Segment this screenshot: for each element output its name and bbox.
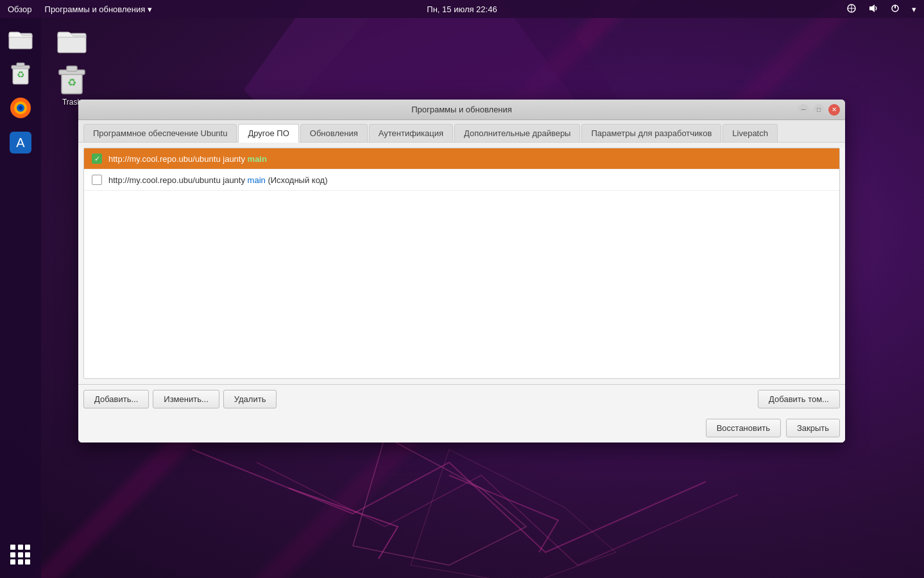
footer-right-buttons: Добавить том... [758, 390, 840, 408]
svg-text:♻: ♻ [17, 69, 25, 80]
top-panel: Обзор Программы и обновления ▾ Пн, 15 ию… [0, 0, 924, 18]
window-title: Программы и обновления [411, 105, 512, 114]
window-maximize-button[interactable]: □ [813, 104, 825, 116]
repo-checkbox-2[interactable] [92, 175, 102, 185]
tab-updates[interactable]: Обновления [300, 124, 368, 142]
svg-marker-3 [411, 450, 616, 578]
desktop-icon-files[interactable] [46, 23, 98, 57]
panel-right: ▾ [844, 2, 919, 17]
window-body: ✓ http://my.cool.repo.ubu/ubuntu jaunty … [78, 148, 845, 442]
dock-item-firefox[interactable] [5, 92, 36, 123]
svg-text:A: A [16, 136, 25, 150]
app-menu-arrow: ▾ [148, 4, 152, 14]
repo-row-1[interactable]: ✓ http://my.cool.repo.ubu/ubuntu jaunty … [84, 148, 839, 170]
restore-button[interactable]: Восстановить [706, 419, 781, 437]
add-volume-button[interactable]: Добавить том... [758, 390, 840, 408]
volume-icon[interactable] [866, 2, 881, 17]
files-dock-icon [8, 26, 33, 51]
show-apps-button[interactable] [5, 539, 36, 570]
activities-button[interactable]: Обзор [5, 3, 35, 15]
svg-point-18 [19, 106, 22, 110]
window-minimize-button[interactable]: ─ [798, 104, 809, 116]
firefox-dock-icon [8, 95, 33, 121]
repo-text-1: http://my.cool.repo.ubu/ubuntu jaunty ma… [108, 154, 267, 164]
desktop: Обзор Программы и обновления ▾ Пн, 15 ию… [0, 0, 924, 578]
window-actions: Восстановить Закрыть [78, 414, 845, 442]
apps-grid-icon [10, 545, 31, 565]
remove-button[interactable]: Удалить [223, 390, 277, 408]
tab-other-software[interactable]: Другое ПО [238, 124, 298, 143]
repo-component-2: main [248, 175, 266, 185]
tab-livepatch[interactable]: Livepatch [723, 124, 778, 142]
window-close-button[interactable]: ✕ [828, 104, 840, 116]
window-controls: ─ □ ✕ [798, 104, 840, 116]
repo-row-2[interactable]: http://my.cool.repo.ubu/ubuntu jaunty ma… [84, 170, 839, 191]
window-titlebar: Программы и обновления ─ □ ✕ [78, 100, 845, 120]
repo-url-1: http://my.cool.repo.ubu/ubuntu jaunty [108, 154, 248, 164]
dock: ♻ A [0, 18, 41, 578]
window-footer: Добавить... Изменить... Удалить Добавить… [78, 384, 845, 414]
repo-suffix-2: (Исходный код) [266, 175, 328, 185]
desktop-icons-area: ♻ Trash [46, 23, 98, 109]
close-dialog-button[interactable]: Закрыть [786, 419, 840, 437]
repo-component-1: main [248, 154, 267, 164]
tab-developer-options[interactable]: Параметры для разработчиков [581, 124, 721, 142]
app-menu-label: Программы и обновления [45, 4, 146, 14]
edit-button[interactable]: Изменить... [153, 390, 219, 408]
repo-text-2: http://my.cool.repo.ubu/ubuntu jaunty ma… [108, 175, 328, 185]
software-dock-icon: A [8, 130, 33, 155]
footer-left-buttons: Добавить... Изменить... Удалить [83, 390, 277, 408]
panel-center: Пн, 15 июля 22:46 [427, 4, 497, 14]
repo-checkbox-1[interactable]: ✓ [92, 153, 102, 164]
add-button[interactable]: Добавить... [83, 390, 149, 408]
power-icon[interactable] [887, 2, 903, 17]
dock-item-files[interactable] [5, 23, 36, 54]
app-menu-button[interactable]: Программы и обновления ▾ [42, 3, 155, 15]
software-updates-window: Программы и обновления ─ □ ✕ Программное… [78, 100, 845, 442]
network-icon[interactable] [844, 2, 859, 17]
svg-marker-2 [353, 437, 526, 565]
svg-rect-13 [17, 63, 24, 66]
datetime-label: Пн, 15 июля 22:46 [427, 4, 497, 14]
svg-text:♻: ♻ [67, 77, 76, 88]
dock-item-trash[interactable]: ♻ [5, 58, 36, 89]
tab-ubuntu-software[interactable]: Программное обеспечение Ubuntu [83, 124, 237, 142]
trash-dock-icon: ♻ [8, 60, 33, 86]
svg-rect-24 [67, 66, 77, 71]
tab-additional-drivers[interactable]: Дополнительные драйверы [454, 124, 580, 142]
tab-authentication[interactable]: Аутентификация [369, 124, 453, 142]
repo-list-container: ✓ http://my.cool.repo.ubu/ubuntu jaunty … [83, 148, 840, 379]
repo-list: ✓ http://my.cool.repo.ubu/ubuntu jaunty … [84, 148, 839, 191]
svg-marker-7 [869, 4, 875, 12]
panel-left: Обзор Программы и обновления ▾ [5, 3, 155, 15]
system-menu-arrow[interactable]: ▾ [909, 3, 919, 15]
repo-url-2: http://my.cool.repo.ubu/ubuntu jaunty [108, 175, 248, 185]
tab-bar: Программное обеспечение Ubuntu Другое ПО… [78, 120, 845, 143]
dock-item-software[interactable]: A [5, 127, 36, 158]
